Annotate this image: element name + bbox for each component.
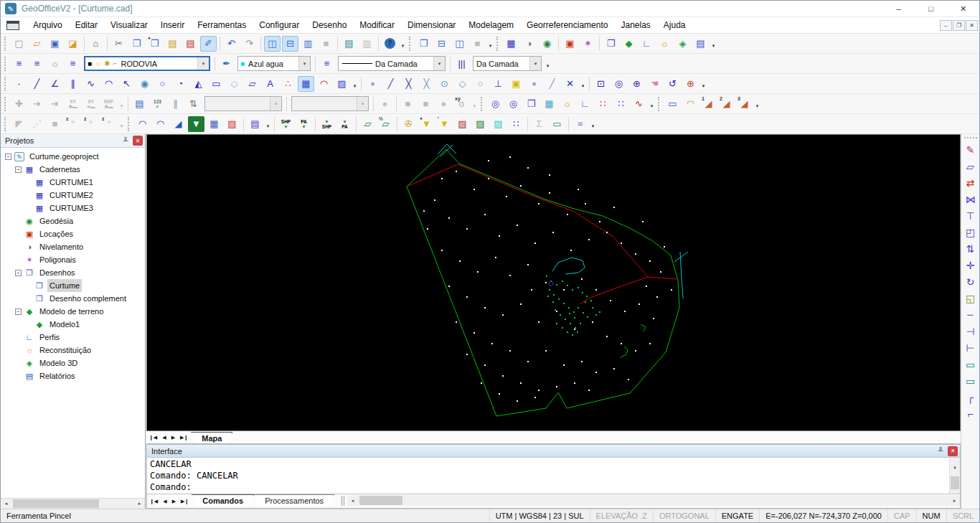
tree-item-curtume3[interactable]: ▦CURTUME3 [25,202,145,215]
menu-visualizar[interactable]: Visualizar [104,18,154,32]
status-orthogonal[interactable]: ORTOGONAL [653,509,715,522]
snap-none-icon[interactable]: ✕ [562,76,578,92]
green-shield-icon[interactable]: ▼ [188,116,204,132]
cut-icon[interactable]: ✂ [110,36,127,52]
menu-inserir[interactable]: Inserir [154,18,191,32]
paint-bucket-icon[interactable]: ✒ [218,56,235,72]
zoom-overflow[interactable]: ▾ [699,76,707,92]
zoom-center-icon[interactable]: ⊕ [682,76,699,92]
target-circle2-icon[interactable]: ◎ [505,96,522,112]
windows-overflow[interactable]: ▾ [486,36,494,52]
tree-item-reconstitui-o[interactable]: ☼Reconstituição [15,344,145,357]
menu-desenho[interactable]: Desenho [306,18,353,32]
tree-item-desenhos[interactable]: −❐Desenhos [15,266,145,279]
tile-horizontal-icon[interactable]: ⊟ [433,36,450,52]
console-vscrollbar[interactable]: ▴ ▾ [949,458,960,494]
rotate-icon[interactable]: ↻ [963,273,979,290]
menu-modelagem[interactable]: Modelagem [462,18,520,32]
nav-last-icon[interactable]: ▶❙ [180,435,188,440]
break-icon[interactable]: ┄ [963,306,979,323]
scatter-points-icon[interactable]: ∴ [280,76,296,92]
polyline-tool-icon[interactable]: ∠ [47,76,63,92]
color-combo[interactable]: ■Azul agua▾ [237,56,311,71]
stretch-icon[interactable]: ⊤ [963,207,979,224]
snap-intersection-icon[interactable]: ╳ [400,76,417,92]
ref-insert-icon[interactable]: REF✚▬ [100,96,117,112]
tab-processamentos[interactable]: Processamentos [254,494,334,506]
protractor-icon[interactable]: ◠ [682,96,699,112]
pill-icon[interactable]: ▭ [549,116,565,132]
xy-view-icon[interactable]: ▥ [300,36,316,52]
image-icon[interactable]: ▦ [541,96,557,112]
leader-tool-icon[interactable]: ↖ [118,76,135,92]
report-icon[interactable]: ▤ [692,36,709,52]
square-disabled-icon[interactable]: ■ [47,116,63,132]
chevron-down-icon[interactable]: ▾ [298,57,310,70]
nav-next-icon[interactable]: ▶ [171,435,175,440]
pin-icon[interactable]: ╨ [121,136,131,146]
mirror-icon[interactable]: ⋈ [963,191,979,207]
print-preview-icon[interactable]: ▥ [359,36,375,52]
edit-vertices-icon[interactable]: ▭ [963,372,979,389]
globe-icon[interactable]: ◉ [539,36,555,52]
parallel-tool-icon[interactable]: ∥ [65,76,81,92]
toolbar-drag-handle[interactable] [496,37,499,51]
menu-dimensionar[interactable]: Dimensionar [401,18,462,32]
nav-first-icon[interactable]: ❙◀ [149,435,157,440]
layer-states-icon[interactable]: ≡ [29,56,45,72]
snap-insert-icon[interactable]: ▣ [508,76,524,92]
scroll-left-icon[interactable]: ◂ [347,495,358,506]
pan-hand-icon[interactable]: ☚ [646,76,663,92]
measure-overflow[interactable]: ▾ [753,96,761,112]
paperclip-icon[interactable]: ✇ [400,116,417,132]
circle-tangent-tool-icon[interactable]: ◭ [190,76,207,92]
shp-export-icon[interactable]: ▼SHP [319,116,335,132]
tree-expander-icon[interactable]: − [15,308,22,315]
format-overflow[interactable]: ▾ [544,56,552,72]
lamp-corner-icon[interactable]: ☼ [559,96,575,112]
chart-icon[interactable]: ∟ [577,96,593,112]
tree-item-perfis[interactable]: ∟Perfis [15,331,145,344]
zoom-scale-icon[interactable]: ⊕ [628,76,645,92]
hatch-cyan-icon[interactable]: ▨ [490,116,507,132]
total-station-icon[interactable]: ▣ [562,36,578,52]
snap-tangent-icon[interactable]: ○ [472,76,489,92]
linestyle-combo[interactable]: Da Camada▾ [338,56,446,71]
append-point-icon[interactable]: ➔ [47,96,63,112]
open-file-icon[interactable]: ▱ [29,36,45,52]
circle-radius-tool-icon[interactable]: ◔ [172,76,189,92]
home-icon[interactable]: ⌂ [88,36,104,52]
selection1-disabled-icon[interactable]: ■ [400,96,416,112]
arc-tool-icon[interactable]: ◠ [100,76,117,92]
status-scroll[interactable]: SCRL [946,509,979,522]
insert-point-icon[interactable]: ✚ [11,96,27,112]
toolbar-drag-handle[interactable] [409,37,412,51]
search-disabled-icon[interactable]: ● [435,96,452,112]
draw-overflow[interactable]: ▾ [351,76,359,92]
line-tool-icon[interactable]: ╱ [29,76,45,92]
zpoint1-disabled-icon[interactable]: °z [65,116,81,132]
fillet-icon[interactable]: ╭ [963,389,979,405]
tree-item-desenho-complement[interactable]: ❐Desenho complement [25,292,145,305]
nav-next-icon[interactable]: ▶ [172,499,176,504]
squiggle-icon[interactable]: ∿ [631,96,647,112]
hatch-green-icon[interactable]: ▨ [472,116,489,132]
redo-icon[interactable]: ↷ [241,36,258,52]
profile2-icon[interactable]: ◢2 [718,96,735,112]
format-painter-icon[interactable]: ✐ [200,36,217,52]
xy-insert-icon[interactable]: XY✚▬ [65,96,81,112]
dome-import-icon[interactable]: ◠ [152,116,169,132]
save-icon[interactable]: ▣ [47,36,63,52]
undo-icon[interactable]: ↶ [223,36,240,52]
snap-quadrant-icon[interactable]: ◇ [454,76,471,92]
spline-tool-icon[interactable]: ∿ [83,76,99,92]
tree-item-cadernetas[interactable]: −▦Cadernetas [15,163,145,176]
command-console[interactable]: CANCELARComando: CANCELARComando: [147,458,949,494]
comment-disabled-icon[interactable]: ● [377,96,393,112]
linetype-icon[interactable]: ≡ [319,56,335,72]
check-123-icon[interactable]: 123✓ [149,96,166,112]
toolbar-drag-handle[interactable] [964,137,977,140]
status-elevation[interactable]: ELEVAÇÃO .Z [590,509,653,522]
move-copy-icon[interactable]: ⇄ [963,174,979,191]
view-disabled-icon[interactable]: ■ [318,36,334,52]
